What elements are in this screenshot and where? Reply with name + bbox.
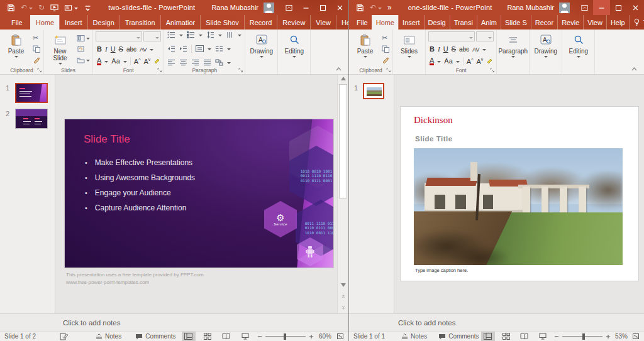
highlight-button[interactable] xyxy=(486,57,494,65)
zoom-in-icon[interactable] xyxy=(309,334,314,339)
justify-icon[interactable] xyxy=(203,59,211,66)
slide-thumbnail-panel[interactable]: 1 xyxy=(349,75,394,313)
more-commands-icon[interactable]: » xyxy=(387,4,392,11)
font-name-select[interactable] xyxy=(428,31,475,41)
notes-pane[interactable]: Click to add notes xyxy=(0,313,348,331)
bold-button[interactable]: B xyxy=(97,45,102,53)
slide[interactable]: 1010 0010 1001 0011 1110 0110 0110 0111 … xyxy=(65,119,333,268)
fit-slide-icon[interactable] xyxy=(632,333,640,340)
comments-toggle[interactable]: Comments xyxy=(438,333,479,340)
thumbnail-slide-1[interactable]: 1 xyxy=(349,83,394,99)
change-case-button[interactable]: Aa xyxy=(111,57,119,65)
avatar[interactable] xyxy=(264,3,274,13)
image-caption-placeholder[interactable]: Type image caption here. xyxy=(415,268,468,273)
smartart-icon[interactable] xyxy=(215,59,223,66)
collapse-ribbon-icon[interactable] xyxy=(631,67,638,72)
slide-title[interactable]: Slide Title xyxy=(84,133,130,146)
underline-button[interactable]: U xyxy=(443,45,448,53)
underline-button[interactable]: U xyxy=(111,45,116,53)
italic-button[interactable]: I xyxy=(438,45,440,53)
tab-design[interactable]: Desig xyxy=(424,15,450,30)
titlebar[interactable]: ↶ ↻ two-slides-file - PowerPoint Rana Mu… xyxy=(0,0,348,15)
font-color-button[interactable]: A xyxy=(430,57,434,65)
notes-toggle[interactable]: Notes xyxy=(401,333,427,340)
italic-button[interactable]: I xyxy=(105,45,108,53)
slide-1-thumbnail[interactable] xyxy=(363,83,384,99)
tab-insert[interactable]: Insert xyxy=(398,15,424,30)
character-spacing-button[interactable]: AV xyxy=(472,46,479,53)
slides-button[interactable]: Slides xyxy=(395,31,423,66)
zoom-slider-thumb[interactable] xyxy=(582,333,585,340)
vertical-scrollbar[interactable] xyxy=(337,75,348,313)
customize-qat-icon[interactable] xyxy=(84,4,92,12)
tab-home[interactable]: Home xyxy=(372,15,398,30)
format-painter-icon[interactable] xyxy=(33,55,41,65)
user-name[interactable]: Rana Mubashir xyxy=(211,4,258,11)
minimize-button[interactable] xyxy=(297,0,314,15)
avatar[interactable] xyxy=(559,3,570,13)
slide-editing-canvas[interactable]: Dickinson Slide Title xyxy=(394,75,644,313)
maximize-button[interactable] xyxy=(314,0,331,15)
thumbnail-slide-2[interactable]: 2 xyxy=(0,109,55,129)
scroll-down-icon[interactable] xyxy=(338,283,348,287)
tab-home[interactable]: Home xyxy=(30,15,59,30)
align-center-icon[interactable] xyxy=(179,59,187,66)
ribbon-display-options-button[interactable] xyxy=(280,0,297,15)
previous-slide-icon[interactable] xyxy=(338,295,348,298)
slide-bullet-list[interactable]: Make Effective Presentations Using Aweso… xyxy=(85,155,195,215)
zoom-slider[interactable] xyxy=(265,336,306,337)
new-slide-qat-icon[interactable] xyxy=(64,4,78,12)
new-slide-button[interactable]: New Slide xyxy=(46,31,74,66)
tab-help[interactable]: Help xyxy=(336,15,348,30)
grow-font-button[interactable]: A^ xyxy=(467,57,474,65)
font-color-button[interactable]: A xyxy=(97,57,101,65)
format-painter-icon[interactable] xyxy=(382,55,390,65)
notes-toggle[interactable]: Notes xyxy=(96,333,121,340)
bullets-icon[interactable] xyxy=(167,31,175,38)
shadow-button[interactable]: S xyxy=(119,45,123,53)
character-spacing-button[interactable]: AV xyxy=(140,46,147,53)
font-name-select[interactable] xyxy=(96,31,142,41)
tab-file[interactable]: File xyxy=(353,15,372,30)
align-left-icon[interactable] xyxy=(167,59,175,66)
reset-icon[interactable] xyxy=(77,45,90,54)
slide-sorter-view-button[interactable] xyxy=(499,332,513,341)
tab-view[interactable]: View xyxy=(583,15,606,30)
increase-indent-icon[interactable] xyxy=(179,45,187,52)
cut-icon[interactable]: ✂ xyxy=(382,33,390,43)
comments-toggle[interactable]: Comments xyxy=(135,333,175,340)
tab-animations[interactable]: Animatior xyxy=(160,15,200,30)
strikethrough-button[interactable]: abc xyxy=(459,46,469,53)
section-icon[interactable] xyxy=(77,55,90,65)
layout-icon[interactable] xyxy=(77,33,90,43)
tab-review[interactable]: Review xyxy=(277,15,310,30)
slide-sorter-view-button[interactable] xyxy=(201,332,214,341)
copy-icon[interactable] xyxy=(382,45,390,54)
tab-slideshow[interactable]: Slide Shov xyxy=(200,15,244,30)
tab-slideshow[interactable]: Slide S xyxy=(501,15,531,30)
strikethrough-button[interactable]: abc xyxy=(126,46,136,53)
shadow-button[interactable]: S xyxy=(452,45,456,53)
slide-thumbnail-panel[interactable]: 1 2 xyxy=(0,75,55,313)
paste-button[interactable]: Paste xyxy=(351,31,379,66)
numbering-icon[interactable] xyxy=(187,31,195,38)
copy-icon[interactable] xyxy=(33,45,41,54)
normal-view-button[interactable] xyxy=(182,332,196,341)
tab-design[interactable]: Design xyxy=(87,15,119,30)
titlebar[interactable]: ↶ » one-slide-file - PowerPoint Rana Mub… xyxy=(349,0,644,15)
columns-icon[interactable] xyxy=(215,45,223,52)
close-button[interactable] xyxy=(331,0,348,15)
line-spacing-icon[interactable] xyxy=(206,31,214,38)
ribbon-display-options-button[interactable] xyxy=(576,0,593,15)
zoom-slider[interactable] xyxy=(562,336,602,337)
undo-icon[interactable]: ↶ xyxy=(21,4,33,11)
notes-pane[interactable]: Click to add notes xyxy=(349,313,644,331)
scroll-up-icon[interactable] xyxy=(338,77,348,80)
tab-file[interactable]: File xyxy=(4,15,30,30)
save-icon[interactable] xyxy=(7,4,15,12)
tab-record[interactable]: Record xyxy=(244,15,277,30)
tab-transition[interactable]: Transi xyxy=(450,15,477,30)
tab-insert[interactable]: Insert xyxy=(59,15,87,30)
zoom-percentage[interactable]: 53% xyxy=(615,333,628,340)
tab-animations[interactable]: Anim xyxy=(477,15,501,30)
